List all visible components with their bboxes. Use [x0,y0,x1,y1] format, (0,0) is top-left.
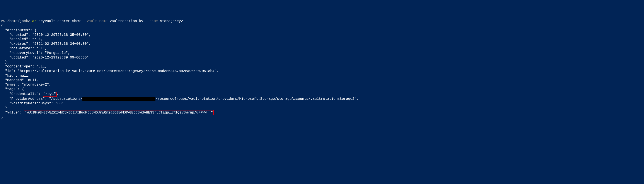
json-id: "id": "https://vaultrotation-kv.vault.az… [1,69,219,73]
json-close-brace: } [1,115,3,119]
json-provideraddress-pre: "ProviderAddress": "/subscriptions/ [1,97,82,101]
json-expires: "expires": "2021-02-26T23:38:34+00:00", [1,42,91,46]
json-created: "created": "2020-12-29T23:38:35+00:00", [1,33,91,37]
command-flag: --name [146,19,158,23]
json-tags-key: "tags": { [1,87,24,91]
json-tags-close: }, [1,106,9,110]
command-arg: vaultrotation-kv [108,19,146,23]
terminal-output: PS /home/jack> az keyvault secret show -… [1,19,643,120]
json-attributes-close: }, [1,60,9,64]
json-value-pre: "value": [1,111,24,115]
command-args: keyvault secret show [36,19,82,23]
command-arg: storageKey2 [158,19,183,23]
json-credentialid-post: , [57,92,59,96]
json-name: "name": "storageKey2", [1,83,51,87]
json-recoverylevel: "recoveryLevel": "Purgeable", [1,51,70,55]
json-validityperioddays: "ValidityPeriodDays": "60" [1,101,64,105]
command-executable: az [32,19,36,23]
json-provideraddress-post: /resourceGroups/vaultrotation/providers/… [156,97,358,101]
redacted-subscription-id [82,97,156,101]
json-open-brace: { [1,24,3,28]
value-highlight: "wUcDFsGHGtWa2KzvND5MGdIJxBuqMt88MQJrwQn… [24,110,214,115]
json-managed: "managed": null, [1,78,38,82]
json-contenttype: "contentType": null, [1,65,47,69]
credentialid-highlight: "key1" [43,92,57,97]
command-flag: --vault-name [82,19,108,23]
prompt-prefix: PS /home/jack> [1,19,32,23]
json-kid: "kid": null, [1,74,30,78]
json-credentialid-pre: "CredentialId": [1,92,43,96]
json-enabled: "enabled": true, [1,37,43,41]
json-attributes-key: "attributes": { [1,28,36,32]
json-notbefore: "notBefore": null, [1,47,47,50]
json-updated: "updated": "2020-12-29T23:39:09+00:00" [1,56,89,60]
